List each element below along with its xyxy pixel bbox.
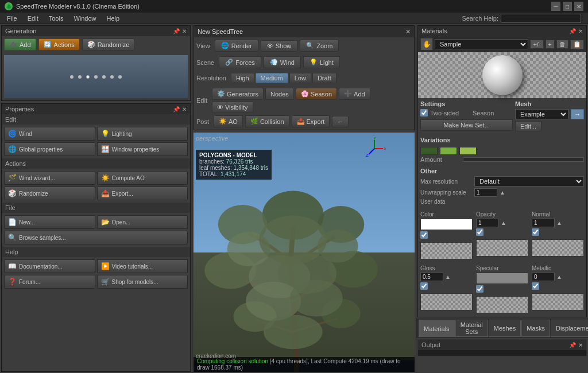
menu-edit[interactable]: Edit	[23, 14, 43, 23]
output-close-button[interactable]: ✕	[578, 342, 583, 348]
color-swatch[interactable]	[420, 219, 473, 230]
open-button[interactable]: 📂 Open...	[97, 215, 188, 229]
preview-dot-3[interactable]	[86, 75, 90, 79]
gen-close-button[interactable]: ✕	[182, 28, 187, 34]
tab-material-sets[interactable]: Material Sets	[455, 320, 488, 337]
wind-wizard-button[interactable]: 🪄 Wind wizard...	[4, 171, 95, 185]
variation-swatch-1[interactable]	[420, 147, 438, 155]
forces-button[interactable]: 🔗 Forces	[219, 56, 261, 68]
search-input[interactable]	[501, 14, 581, 23]
menu-file[interactable]: File	[2, 14, 22, 23]
new-button[interactable]: 📄 New...	[4, 215, 95, 229]
back-button[interactable]: ←	[332, 116, 349, 127]
global-properties-button[interactable]: 🌐 Global properties	[4, 142, 95, 156]
gloss-up-icon[interactable]: ▲	[445, 274, 451, 280]
mesh-arrow-button[interactable]: →	[571, 109, 584, 119]
metallic-checkbox[interactable]	[532, 282, 539, 290]
normal-up-icon[interactable]: ▲	[556, 220, 562, 226]
hand-tool-button[interactable]: ✋	[420, 38, 433, 50]
color-texture[interactable]	[420, 242, 473, 259]
gloss-texture[interactable]	[420, 293, 473, 310]
season-button[interactable]: 🌸 Season	[296, 88, 337, 100]
forum-button[interactable]: ❓ Forum...	[4, 275, 95, 289]
specular-checkbox[interactable]	[476, 285, 483, 293]
wind-scene-button[interactable]: 💨 Wind	[264, 56, 301, 68]
wind-button[interactable]: 🌀 Wind	[4, 127, 95, 141]
show-button[interactable]: 👁 Show	[261, 40, 298, 52]
tab-masks[interactable]: Masks	[521, 320, 550, 337]
low-res-button[interactable]: Low	[289, 73, 311, 83]
preview-dot-5[interactable]	[102, 75, 106, 79]
preview-dot-4[interactable]	[94, 75, 98, 79]
preview-dot-2[interactable]	[78, 75, 82, 79]
close-button[interactable]: ✕	[574, 2, 583, 11]
actions-randomize-button[interactable]: 🎲 Randomize	[4, 187, 95, 200]
tab-displacements[interactable]: Displacements	[551, 320, 588, 337]
gen-pin-button[interactable]: 📌	[173, 28, 180, 34]
normal-checkbox[interactable]	[532, 228, 539, 236]
two-sided-checkbox[interactable]	[420, 109, 428, 116]
zoom-button[interactable]: 🔍 Zoom	[300, 40, 339, 52]
actions-button[interactable]: 🔄 Actions	[38, 38, 80, 50]
gloss-input[interactable]	[420, 273, 443, 281]
variation-swatch-3[interactable]	[459, 147, 477, 155]
variation-swatch-2[interactable]	[440, 147, 457, 155]
shop-button[interactable]: 🛒 Shop for models...	[97, 275, 188, 289]
light-button[interactable]: 💡 Light	[303, 56, 340, 68]
video-button[interactable]: ▶️ Video tutorials...	[97, 259, 188, 273]
compute-ao-button[interactable]: ☀️ Compute AO	[97, 171, 188, 185]
lighting-button[interactable]: 💡 Lighting	[97, 127, 188, 141]
window-properties-button[interactable]: 🪟 Window properties	[97, 142, 188, 156]
high-res-button[interactable]: High	[231, 73, 254, 83]
output-pin-button[interactable]: 📌	[569, 342, 576, 348]
mesh-edit-button[interactable]: Edit...	[515, 121, 541, 131]
docs-button[interactable]: 📖 Documentation...	[4, 259, 95, 273]
generators-button[interactable]: ⚙️ Generators	[212, 88, 264, 100]
mat-add-button[interactable]: +	[546, 40, 555, 49]
add-button[interactable]: ➕ Add	[4, 38, 36, 50]
ao-button[interactable]: ☀️ AO	[214, 115, 243, 127]
randomize-button[interactable]: 🎲 Randomize	[82, 38, 135, 50]
props-close-button[interactable]: ✕	[182, 106, 187, 112]
make-new-set-button[interactable]: Make New Set...	[420, 119, 513, 131]
max-res-select[interactable]: Default	[474, 176, 584, 187]
specular-swatch[interactable]	[476, 273, 528, 284]
visibility-button[interactable]: 👁 Visibility	[212, 102, 253, 113]
color-checkbox[interactable]	[420, 231, 428, 239]
unwrap-input[interactable]	[474, 188, 497, 197]
tab-meshes[interactable]: Meshes	[489, 320, 521, 337]
opacity-texture[interactable]	[476, 239, 528, 257]
normal-texture[interactable]	[532, 239, 584, 257]
menu-help[interactable]: Help	[102, 14, 125, 23]
preview-dot-6[interactable]	[110, 75, 114, 79]
specular-texture[interactable]	[476, 296, 528, 313]
medium-res-button[interactable]: Medium	[256, 73, 288, 83]
minimize-button[interactable]: ─	[551, 2, 560, 11]
mat-copy-button[interactable]: 📋	[570, 40, 584, 49]
metallic-texture[interactable]	[532, 293, 584, 310]
collision-button[interactable]: 🌿 Collision	[245, 115, 289, 127]
metallic-input[interactable]	[532, 273, 555, 281]
export-edit-button[interactable]: 📤 Export	[292, 115, 330, 127]
gloss-checkbox[interactable]	[420, 282, 428, 290]
mesh-example-select[interactable]: Example	[515, 109, 568, 119]
material-name-select[interactable]: Sample	[435, 39, 528, 49]
mat-plus-minus-button[interactable]: +/-	[530, 40, 543, 49]
render-button[interactable]: 🌐 Render	[215, 40, 258, 52]
opacity-checkbox[interactable]	[476, 228, 483, 236]
browse-samples-button[interactable]: 🔍 Browse samples...	[4, 231, 188, 244]
nodes-button[interactable]: Nodes	[265, 88, 294, 100]
tab-materials[interactable]: Materials	[419, 320, 455, 337]
add-edit-button[interactable]: ➕ Add	[339, 88, 370, 100]
preview-dot-1[interactable]	[70, 75, 74, 79]
normal-input[interactable]	[532, 219, 555, 227]
mat-close-button[interactable]: ✕	[578, 28, 583, 34]
preview-dot-7[interactable]	[118, 75, 122, 79]
metallic-up-icon[interactable]: ▲	[556, 274, 562, 280]
menu-window[interactable]: Window	[69, 14, 100, 23]
props-pin-button[interactable]: 📌	[173, 106, 180, 112]
unwrap-up-icon[interactable]: ▲	[500, 189, 505, 196]
opacity-input[interactable]	[476, 219, 499, 227]
draft-res-button[interactable]: Draft	[312, 73, 336, 83]
mat-pin-button[interactable]: 📌	[569, 28, 576, 34]
